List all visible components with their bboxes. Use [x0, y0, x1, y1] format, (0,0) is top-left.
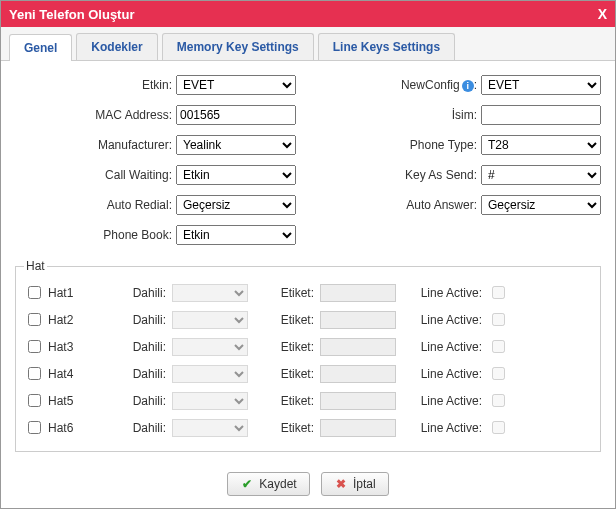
label-etkin: Etkin: — [66, 78, 176, 92]
hat-row: Hat6Dahili:Etiket:Line Active: — [24, 414, 592, 441]
hat-name: Hat4 — [48, 367, 73, 381]
label-keyassend: Key As Send: — [371, 168, 481, 182]
hat-checkbox[interactable] — [28, 421, 41, 434]
lineactive-label: Line Active: — [404, 286, 484, 300]
info-icon[interactable]: i — [462, 80, 474, 92]
hat-row: Hat5Dahili:Etiket:Line Active: — [24, 387, 592, 414]
select-autoanswer[interactable]: Geçersiz — [481, 195, 601, 215]
hat-row: Hat3Dahili:Etiket:Line Active: — [24, 333, 592, 360]
select-phonetype[interactable]: T28 — [481, 135, 601, 155]
panel-general: Etkin: EVET NewConfigi: EVET MAC Address… — [1, 61, 615, 462]
hat-row: Hat1Dahili:Etiket:Line Active: — [24, 279, 592, 306]
titlebar: Yeni Telefon Oluştur X — [1, 1, 615, 27]
hat-checkbox[interactable] — [28, 313, 41, 326]
lineactive-checkbox[interactable] — [492, 313, 505, 326]
lineactive-checkbox[interactable] — [492, 340, 505, 353]
lineactive-checkbox[interactable] — [492, 421, 505, 434]
lineactive-label: Line Active: — [404, 340, 484, 354]
hat-legend: Hat — [24, 259, 47, 273]
field-manufacturer: Manufacturer: Yealink — [15, 135, 296, 155]
field-callwaiting: Call Waiting: Etkin — [15, 165, 296, 185]
field-mac: MAC Address: — [15, 105, 296, 125]
dahili-label: Dahili: — [118, 367, 168, 381]
select-phonebook[interactable]: Etkin — [176, 225, 296, 245]
label-isim: İsim: — [371, 108, 481, 122]
hat-row: Hat2Dahili:Etiket:Line Active: — [24, 306, 592, 333]
input-mac[interactable] — [176, 105, 296, 125]
field-phonebook: Phone Book: Etkin — [15, 225, 296, 245]
lineactive-checkbox[interactable] — [492, 394, 505, 407]
select-autoredial[interactable]: Geçersiz — [176, 195, 296, 215]
label-callwaiting: Call Waiting: — [66, 168, 176, 182]
tab-line-keys[interactable]: Line Keys Settings — [318, 33, 455, 60]
etiket-input[interactable] — [320, 392, 396, 410]
window-title: Yeni Telefon Oluştur — [9, 7, 134, 22]
etiket-input[interactable] — [320, 338, 396, 356]
hat-checkbox[interactable] — [28, 340, 41, 353]
input-isim[interactable] — [481, 105, 601, 125]
etiket-input[interactable] — [320, 419, 396, 437]
etiket-label: Etiket: — [256, 421, 316, 435]
dahili-select[interactable] — [172, 311, 248, 329]
dahili-label: Dahili: — [118, 313, 168, 327]
tab-memory-keys[interactable]: Memory Key Settings — [162, 33, 314, 60]
etiket-input[interactable] — [320, 365, 396, 383]
etiket-label: Etiket: — [256, 367, 316, 381]
label-mac: MAC Address: — [66, 108, 176, 122]
label-autoanswer: Auto Answer: — [371, 198, 481, 212]
hat-name: Hat5 — [48, 394, 73, 408]
hat-name: Hat6 — [48, 421, 73, 435]
etiket-label: Etiket: — [256, 313, 316, 327]
lineactive-label: Line Active: — [404, 367, 484, 381]
hat-name: Hat2 — [48, 313, 73, 327]
field-keyassend: Key As Send: # — [320, 165, 601, 185]
field-phonetype: Phone Type: T28 — [320, 135, 601, 155]
hat-row: Hat4Dahili:Etiket:Line Active: — [24, 360, 592, 387]
dahili-select[interactable] — [172, 392, 248, 410]
dahili-select[interactable] — [172, 365, 248, 383]
lineactive-checkbox[interactable] — [492, 286, 505, 299]
dahili-select[interactable] — [172, 284, 248, 302]
tabstrip: Genel Kodekler Memory Key Settings Line … — [1, 27, 615, 61]
dahili-select[interactable] — [172, 338, 248, 356]
button-bar: Kaydet İptal — [1, 462, 615, 508]
hat-name: Hat1 — [48, 286, 73, 300]
hat-checkbox[interactable] — [28, 367, 41, 380]
lineactive-label: Line Active: — [404, 421, 484, 435]
hat-name: Hat3 — [48, 340, 73, 354]
label-autoredial: Auto Redial: — [66, 198, 176, 212]
etiket-label: Etiket: — [256, 394, 316, 408]
tab-codecs[interactable]: Kodekler — [76, 33, 157, 60]
cancel-button-label: İptal — [353, 477, 376, 491]
dahili-select[interactable] — [172, 419, 248, 437]
field-isim: İsim: — [320, 105, 601, 125]
save-button[interactable]: Kaydet — [227, 472, 309, 496]
select-newconfig[interactable]: EVET — [481, 75, 601, 95]
lineactive-label: Line Active: — [404, 394, 484, 408]
field-newconfig: NewConfigi: EVET — [320, 75, 601, 95]
save-button-label: Kaydet — [259, 477, 296, 491]
dialog-window: Yeni Telefon Oluştur X Genel Kodekler Me… — [0, 0, 616, 509]
select-keyassend[interactable]: # — [481, 165, 601, 185]
close-icon[interactable]: X — [598, 6, 607, 22]
etiket-input[interactable] — [320, 311, 396, 329]
label-manufacturer: Manufacturer: — [66, 138, 176, 152]
hat-checkbox[interactable] — [28, 394, 41, 407]
hat-fieldset: Hat Hat1Dahili:Etiket:Line Active:Hat2Da… — [15, 259, 601, 452]
form-grid: Etkin: EVET NewConfigi: EVET MAC Address… — [9, 75, 607, 245]
lineactive-checkbox[interactable] — [492, 367, 505, 380]
hat-checkbox[interactable] — [28, 286, 41, 299]
etiket-label: Etiket: — [256, 286, 316, 300]
select-callwaiting[interactable]: Etkin — [176, 165, 296, 185]
label-newconfig: NewConfigi: — [371, 78, 481, 92]
select-manufacturer[interactable]: Yealink — [176, 135, 296, 155]
tab-general[interactable]: Genel — [9, 34, 72, 61]
field-autoanswer: Auto Answer: Geçersiz — [320, 195, 601, 215]
dahili-label: Dahili: — [118, 340, 168, 354]
field-etkin: Etkin: EVET — [15, 75, 296, 95]
select-etkin[interactable]: EVET — [176, 75, 296, 95]
label-phonetype: Phone Type: — [371, 138, 481, 152]
dahili-label: Dahili: — [118, 394, 168, 408]
etiket-input[interactable] — [320, 284, 396, 302]
cancel-button[interactable]: İptal — [321, 472, 389, 496]
